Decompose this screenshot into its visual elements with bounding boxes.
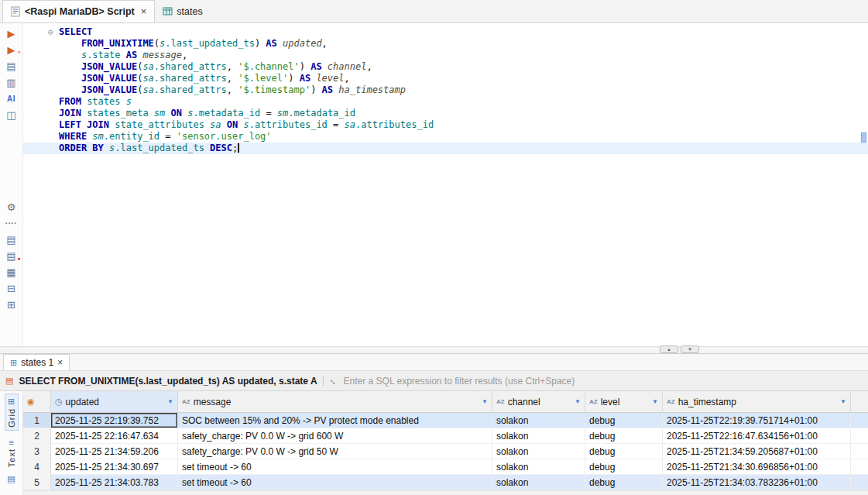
grid-cell[interactable]: debug	[585, 444, 663, 459]
editor-line[interactable]: JOIN states_meta sm ON s.metadata_id = s…	[23, 108, 868, 119]
grid-cell[interactable]: solakon	[492, 428, 585, 443]
table-row[interactable]: 12025-11-25 22:19:39.752SOC between 15% …	[23, 413, 868, 428]
grid-cell[interactable]: 2025-11-25T21:34:30.696856+01:00	[663, 459, 851, 474]
grid-cell[interactable]: 2025-11-25T21:34:03.783236+01:00	[663, 475, 851, 490]
row-number[interactable]: 1	[23, 413, 51, 428]
editor-line[interactable]: FROM_UNIXTIME(s.last_updated_ts) AS upda…	[23, 38, 868, 50]
column-header-channel[interactable]: AZchannel▼	[492, 391, 585, 412]
grid-cell[interactable]: 2025-11-25 21:34:30.697	[51, 459, 178, 474]
grid-cell[interactable]: solakon	[492, 413, 585, 428]
collapse-up-icon[interactable]: ▲	[660, 345, 678, 353]
editor-line[interactable]: ORDER BY s.last_updated_ts DESC;	[23, 143, 868, 154]
grid-cell[interactable]: 2025-11-25 21:34:03.783	[51, 475, 178, 490]
collapse-down-icon[interactable]: ▼	[681, 345, 699, 353]
editor-line[interactable]: LEFT JOIN state_attributes sa ON s.attri…	[23, 119, 868, 131]
grid-cell[interactable]: set timeout -> 60	[178, 475, 492, 490]
output-panel-icon[interactable]: ◫	[4, 110, 19, 122]
column-header-label: updated	[66, 397, 166, 407]
column-header-level[interactable]: AZlevel▼	[585, 391, 663, 412]
filter-dropdown-icon[interactable]: ▼	[575, 398, 581, 405]
table-row[interactable]: 32025-11-25 21:34:59.206safety_charge: P…	[23, 444, 868, 459]
results-panel: ⊞ states 1 × ▤ SELECT FROM_UNIXTIME(s.la…	[0, 354, 868, 495]
panel-settings-icon[interactable]: ▤	[7, 474, 15, 484]
results-tab-states1[interactable]: ⊞ states 1 ×	[3, 354, 70, 370]
more-dots-icon[interactable]: ····	[4, 218, 19, 230]
expand-filter-icon[interactable]: ↔	[326, 373, 340, 387]
grid-corner-cell[interactable]: ◉	[23, 391, 51, 412]
column-header-label: ha_timestamp	[678, 397, 839, 407]
grid-presentation-icon: ⊞	[8, 397, 15, 407]
grid-cell[interactable]: debug	[585, 475, 663, 490]
dbeaver-window: <Raspi MariaDB> Script × states ▶▶≡▤▥AI◫…	[0, 0, 868, 495]
validate-script-icon[interactable]: ▦	[4, 267, 19, 279]
editor-line[interactable]: s.state AS message,	[23, 50, 868, 61]
grid-cell[interactable]: 2025-11-25T21:34:59.205687+01:00	[663, 444, 851, 459]
grid-body: 12025-11-25 22:19:39.752SOC between 15% …	[23, 413, 868, 490]
tab-states[interactable]: states	[155, 0, 210, 22]
layout-icon[interactable]: ⊟	[4, 284, 19, 295]
grid-cell[interactable]: solakon	[492, 475, 585, 490]
results-grid: ◉◷updated▼AZmessage▼AZchannel▼AZlevel▼AZ…	[23, 391, 868, 495]
sash-buttons: ▲ ▼	[660, 345, 699, 353]
script-icon[interactable]: ▥	[4, 77, 19, 89]
execute-script-button[interactable]: ▶≡	[4, 45, 19, 57]
presentation-tab-text[interactable]: ≡Text	[5, 435, 19, 470]
filter-dropdown-icon[interactable]: ▼	[652, 398, 658, 405]
grid-cell[interactable]: 2025-11-25 21:34:59.206	[51, 444, 178, 459]
grid-cell[interactable]: debug	[585, 428, 663, 443]
filter-dropdown-icon[interactable]: ▼	[167, 398, 173, 405]
editor-line[interactable]: JSON_VALUE(sa.shared_attrs, '$.level') A…	[23, 73, 868, 84]
editor-line[interactable]: ⊖SELECT	[23, 26, 868, 38]
table-row[interactable]: 22025-11-25 22:16:47.634safety_charge: P…	[23, 428, 868, 444]
filter-dropdown-icon[interactable]: ▼	[482, 398, 488, 405]
record-icon: ◉	[27, 397, 35, 407]
splitter[interactable]: ▲ ▼	[0, 346, 868, 354]
fold-collapse-icon[interactable]: ⊖	[48, 26, 59, 38]
grid-cell[interactable]: safety_charge: PV 0.0 W -> grid 600 W	[178, 428, 492, 443]
row-number[interactable]: 5	[23, 475, 51, 490]
column-header-updated[interactable]: ◷updated▼	[51, 391, 178, 412]
table-icon	[163, 6, 173, 16]
ai-assistant-button[interactable]: AI	[4, 94, 19, 105]
close-icon[interactable]: ×	[57, 357, 63, 368]
close-icon[interactable]: ×	[141, 5, 147, 17]
minimap-icon[interactable]: ⊞	[4, 300, 19, 311]
grid-cell[interactable]: debug	[585, 459, 663, 474]
tab-sql-script[interactable]: <Raspi MariaDB> Script ×	[2, 0, 155, 22]
grid-cell[interactable]: set timeout -> 60	[178, 459, 492, 474]
row-number[interactable]: 2	[23, 428, 51, 443]
grid-cell[interactable]: 2025-11-25T22:16:47.634156+01:00	[663, 428, 851, 443]
table-row[interactable]: 42025-11-25 21:34:30.697set timeout -> 6…	[23, 459, 868, 475]
error-log-icon[interactable]: ▤●	[4, 251, 19, 263]
grid-cell[interactable]: 2025-11-25 22:19:39.752	[51, 413, 178, 428]
editor-line[interactable]: WHERE sm.entity_id = 'sensor.user_log'	[23, 131, 868, 143]
presentation-tab-grid[interactable]: ⊞Grid	[5, 394, 19, 431]
sql-editor[interactable]: ⊖SELECT FROM_UNIXTIME(s.last_updated_ts)…	[23, 23, 868, 346]
row-number[interactable]: 4	[23, 459, 51, 474]
settings-gear-icon[interactable]: ⚙	[4, 202, 19, 214]
column-header-ha_timestamp[interactable]: AZha_timestamp▼	[663, 391, 851, 412]
editor-tabbar: <Raspi MariaDB> Script × states	[0, 0, 868, 23]
grid-cell[interactable]: SOC between 15% and 20% -> PV protect mo…	[178, 413, 492, 428]
grid-cell[interactable]: solakon	[492, 459, 585, 474]
editor-area: ▶▶≡▤▥AI◫⚙····▤▤●▦⊟⊞ ⊖SELECT FROM_UNIXTIM…	[0, 23, 868, 346]
editor-line[interactable]: JSON_VALUE(sa.shared_attrs, '$.channel')…	[23, 61, 868, 73]
column-header-message[interactable]: AZmessage▼	[178, 391, 492, 412]
editor-line[interactable]: JSON_VALUE(sa.shared_attrs, '$.timestamp…	[23, 84, 868, 96]
table-row[interactable]: 52025-11-25 21:34:03.783set timeout -> 6…	[23, 475, 868, 490]
grid-hscrollbar[interactable]	[23, 490, 868, 495]
grid-cell[interactable]: debug	[585, 413, 663, 428]
execute-query-button[interactable]: ▶	[4, 29, 19, 40]
row-number[interactable]: 3	[23, 444, 51, 459]
explain-plan-icon[interactable]: ▤	[4, 61, 19, 73]
grid-cell[interactable]: 2025-11-25T22:19:39.751714+01:00	[663, 413, 851, 428]
filter-input[interactable]: Enter a SQL expression to filter results…	[344, 376, 863, 387]
open-file-icon[interactable]: ▤	[4, 235, 19, 246]
filter-dropdown-icon[interactable]: ▼	[840, 398, 846, 405]
filter-separator	[323, 376, 324, 387]
editor-line[interactable]: FROM states s	[23, 96, 868, 108]
grid-cell[interactable]: solakon	[492, 444, 585, 459]
grid-cell[interactable]: safety_charge: PV 0.0 W -> grid 50 W	[178, 444, 492, 459]
column-header-label: level	[601, 397, 650, 407]
grid-cell[interactable]: 2025-11-25 22:16:47.634	[51, 428, 178, 443]
